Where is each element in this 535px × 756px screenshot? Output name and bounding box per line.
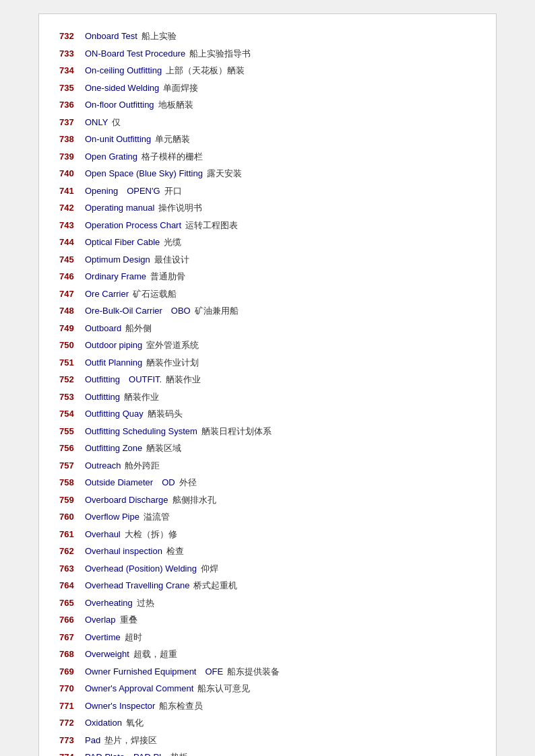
entry-english: Overtime (85, 631, 121, 644)
entry-english: ON-Board Test Procedure (85, 47, 185, 61)
entry-chinese: 操作说明书 (158, 201, 202, 215)
table-row: 735One-sided Welding单面焊接 (59, 79, 476, 97)
entry-number: 745 (59, 253, 85, 267)
entry-number: 750 (59, 339, 85, 352)
entry-chinese: 开口 (164, 184, 182, 198)
entry-english: Outfitting OUTFIT. (85, 373, 162, 386)
entry-chinese: 舾装区域 (146, 442, 181, 455)
entry-chinese: 室外管道系统 (146, 339, 199, 352)
entry-number: 773 (59, 734, 85, 747)
entry-number: 764 (59, 579, 85, 592)
entry-number: 774 (59, 751, 85, 756)
entry-english: Outside Diameter OD (85, 476, 175, 489)
entries-list: 732Onboard Test船上实验733ON-Board Test Proc… (59, 28, 476, 756)
table-row: 751Outfit Planning舾装作业计划 (59, 354, 476, 372)
entry-chinese: 格子模样的栅栏 (141, 150, 203, 164)
entry-number: 747 (59, 287, 85, 301)
entry-number: 769 (59, 665, 85, 679)
entry-english: Overheating (85, 596, 133, 610)
entry-number: 757 (59, 459, 85, 473)
entry-chinese: 舾装日程计划体系 (201, 425, 272, 438)
entry-chinese: 溢流管 (144, 510, 170, 524)
table-row: 761Overhaul大检（拆）修 (59, 526, 476, 543)
entry-content: Owner Furnished Equipment OFE船东提供装备 (85, 665, 280, 679)
table-row: 765Overheating过热 (59, 594, 476, 612)
entry-number: 765 (59, 596, 85, 610)
entry-number: 740 (59, 167, 85, 180)
entry-number: 744 (59, 236, 85, 249)
entry-content: Outfitting舾装作业 (85, 390, 159, 404)
entry-number: 733 (59, 47, 85, 61)
table-row: 746Ordinary Frame普通肋骨 (59, 268, 476, 285)
entry-content: Outfitting Scheduling System舾装日程计划体系 (85, 425, 272, 438)
entry-english: Oxidation (85, 716, 122, 730)
entry-english: Overweight (85, 648, 129, 661)
table-row: 774PAD Plate PAD PL.垫板 (59, 749, 476, 756)
table-row: 753Outfitting舾装作业 (59, 388, 476, 406)
entry-chinese: 矿油兼用船 (195, 304, 239, 318)
table-row: 759Overboard Discharge舷侧排水孔 (59, 491, 476, 509)
table-row: 770Owner's Approval Comment船东认可意见 (59, 680, 476, 697)
entry-content: On-floor Outfitting地板舾装 (85, 98, 193, 112)
table-row: 737ONLY仅 (59, 114, 476, 131)
table-row: 757Outreach舱外跨距 (59, 457, 476, 475)
table-row: 732Onboard Test船上实验 (59, 28, 476, 45)
entry-number: 737 (59, 116, 85, 129)
entry-chinese: 垫板 (170, 751, 188, 756)
entry-chinese: 露天安装 (207, 167, 242, 180)
entry-chinese: 舾装码头 (148, 407, 183, 421)
entry-number: 751 (59, 356, 85, 370)
entry-content: Open Grating格子模样的栅栏 (85, 150, 203, 164)
entry-chinese: 船外侧 (125, 322, 152, 335)
entry-number: 766 (59, 613, 85, 627)
entry-english: Owner's Inspector (85, 699, 155, 713)
table-row: 742Operating manual操作说明书 (59, 199, 476, 217)
table-row: 733ON-Board Test Procedure船上实验指导书 (59, 45, 476, 63)
entry-chinese: 单元舾装 (155, 133, 190, 146)
entry-english: Opening OPEN'G (85, 184, 160, 198)
entry-number: 763 (59, 562, 85, 576)
entry-chinese: 舾装作业 (124, 390, 159, 404)
entry-content: Opening OPEN'G开口 (85, 184, 182, 198)
entry-content: Optimum Design最佳设计 (85, 253, 189, 267)
table-row: 738On-unit Outfitting单元舾装 (59, 131, 476, 148)
entry-number: 761 (59, 528, 85, 541)
entry-chinese: 运转工程图表 (185, 219, 238, 232)
entry-content: Outfitting OUTFIT.舾装作业 (85, 373, 201, 386)
entry-number: 771 (59, 699, 85, 713)
entry-chinese: 氧化 (126, 716, 144, 730)
entry-content: Open Space (Blue Sky) Fitting露天安装 (85, 167, 242, 180)
table-row: 741Opening OPEN'G开口 (59, 182, 476, 200)
entry-chinese: 仰焊 (201, 562, 218, 576)
entry-english: Pad (85, 734, 100, 747)
entry-chinese: 超载，超重 (133, 648, 177, 661)
table-row: 756Outfitting Zone舾装区域 (59, 440, 476, 457)
table-row: 744Optical Fiber Cable光缆 (59, 234, 476, 251)
table-row: 772Oxidation氧化 (59, 714, 476, 732)
entry-english: Ore-Bulk-Oil Carrier OBO (85, 304, 191, 318)
entry-number: 746 (59, 270, 85, 283)
entry-chinese: 大检（拆）修 (125, 528, 177, 541)
entry-number: 754 (59, 407, 85, 421)
table-row: 768Overweight超载，超重 (59, 646, 476, 663)
entry-content: One-sided Welding单面焊接 (85, 81, 198, 95)
entry-number: 749 (59, 322, 85, 335)
entry-english: Overboard Discharge (85, 493, 168, 507)
entry-content: Ore Carrier矿石运载船 (85, 287, 177, 301)
entry-english: Open Space (Blue Sky) Fitting (85, 167, 203, 180)
table-row: 773Pad垫片，焊接区 (59, 732, 476, 749)
entry-number: 742 (59, 201, 85, 215)
entry-content: Operation Process Chart运转工程图表 (85, 219, 238, 232)
entry-chinese: 单面焊接 (163, 81, 198, 95)
entry-content: On-unit Outfitting单元舾装 (85, 133, 190, 146)
entry-english: One-sided Welding (85, 81, 159, 95)
entry-number: 753 (59, 390, 85, 404)
entry-number: 741 (59, 184, 85, 198)
entry-chinese: 船东检查员 (159, 699, 203, 713)
entry-english: Outfitting Zone (85, 442, 142, 455)
entry-english: Overflow Pipe (85, 510, 139, 524)
entry-content: Ordinary Frame普通肋骨 (85, 270, 185, 283)
entry-english: PAD Plate PAD PL. (85, 751, 166, 756)
table-row: 764Overhead Travelling Crane桥式起重机 (59, 577, 476, 594)
entry-chinese: 矿石运载船 (133, 287, 177, 301)
